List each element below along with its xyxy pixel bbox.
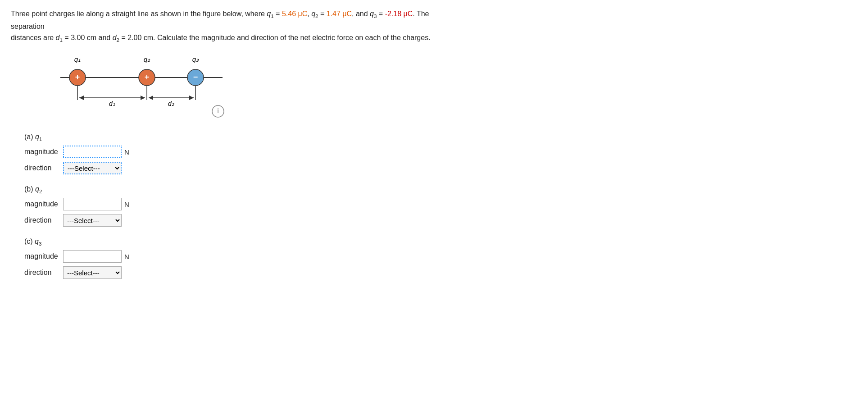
svg-text:d₁: d₁ [109,100,115,107]
part-c-direction-row: direction ---Select--- to the right to t… [24,266,857,279]
unit-label-a: N [124,148,129,156]
part-b-magnitude-row: magnitude N [24,198,857,210]
svg-text:+: + [75,73,80,82]
part-a-direction-row: direction ---Select--- to the right to t… [24,162,857,174]
problem-line2: distances are d1 = 3.00 cm and d2 = 2.00… [11,34,431,41]
magnitude-input-c[interactable] [63,250,122,263]
part-b-section: (b) q2 magnitude N direction ---Select--… [24,185,857,227]
magnitude-label-a: magnitude [24,148,60,156]
direction-label-a: direction [24,164,60,172]
part-a-section: (a) q1 magnitude N direction ---Select--… [24,133,857,174]
magnitude-input-b[interactable] [63,198,122,210]
unit-label-c: N [124,253,129,260]
part-b-direction-row: direction ---Select--- to the right to t… [24,214,857,227]
direction-select-a[interactable]: ---Select--- to the right to the left [63,162,122,174]
svg-text:q₁: q₁ [74,55,81,63]
direction-label-b: direction [24,216,60,224]
svg-marker-19 [189,96,194,100]
problem-text: Three point charges lie along a straight… [11,8,443,45]
problem-line1: Three point charges lie along a straight… [11,10,429,30]
part-c-label: (c) q3 [24,237,857,246]
svg-marker-18 [149,96,153,100]
part-b-label: (b) q2 [24,185,857,194]
svg-marker-14 [79,96,84,100]
direction-label-c: direction [24,269,60,277]
magnitude-label-b: magnitude [24,200,60,208]
magnitude-label-c: magnitude [24,252,60,260]
svg-text:q₂: q₂ [144,55,150,63]
unit-label-b: N [124,201,129,208]
magnitude-input-a[interactable] [63,146,122,158]
svg-text:d₂: d₂ [168,100,174,107]
svg-text:q₃: q₃ [192,55,199,63]
part-c-section: (c) q3 magnitude N direction ---Select--… [24,237,857,279]
part-c-magnitude-row: magnitude N [24,250,857,263]
part-a-label: (a) q1 [24,133,857,142]
direction-select-c[interactable]: ---Select--- to the right to the left [63,266,122,279]
svg-text:+: + [145,73,150,82]
svg-text:i: i [217,107,218,114]
diagram-container: q₁ q₂ q₃ + + − d₁ d₂ [47,53,236,125]
direction-select-b[interactable]: ---Select--- to the right to the left [63,214,122,227]
part-a-magnitude-row: magnitude N [24,146,857,158]
svg-text:−: − [193,73,198,82]
svg-marker-15 [141,96,145,100]
diagram-svg: q₁ q₂ q₃ + + − d₁ d₂ [47,53,236,125]
answer-sections: (a) q1 magnitude N direction ---Select--… [11,133,857,279]
